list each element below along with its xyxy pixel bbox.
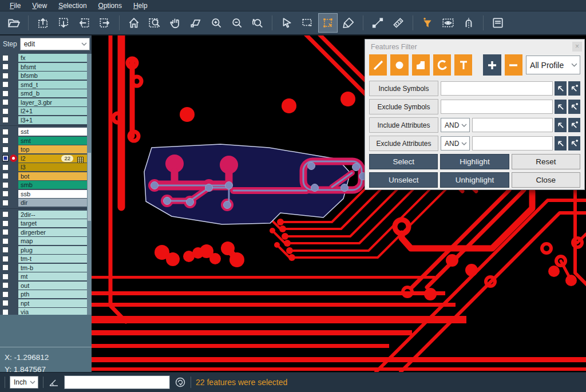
menu-file[interactable]: File — [5, 1, 26, 11]
layer-visibility-checkbox[interactable] — [2, 229, 9, 235]
layer-name[interactable]: out — [18, 282, 87, 290]
exclude-attributes-input[interactable] — [472, 136, 553, 151]
layer-name[interactable]: l3 — [18, 163, 87, 171]
zoom-window-button[interactable] — [187, 14, 205, 32]
layer-name[interactable]: fx — [18, 54, 87, 62]
layer-name[interactable]: npt — [18, 299, 87, 307]
exclude-symbols-pick-button[interactable] — [555, 100, 567, 114]
layer-visibility-checkbox[interactable] — [2, 64, 9, 70]
view-options-button[interactable] — [439, 14, 457, 32]
layer-name[interactable]: smd_t — [18, 81, 87, 89]
grid-icon[interactable] — [77, 155, 84, 161]
menu-selection[interactable]: Selection — [53, 1, 92, 11]
layer-name[interactable]: pth — [18, 290, 87, 298]
layer-name[interactable]: tm-t — [18, 255, 87, 263]
layer-visibility-checkbox[interactable] — [2, 282, 9, 288]
layer-visibility-checkbox[interactable] — [2, 256, 9, 262]
layer-visibility-checkbox[interactable] — [2, 155, 9, 161]
layer-visibility-checkbox[interactable] — [2, 173, 9, 179]
menu-help[interactable]: Help — [128, 1, 153, 11]
step-select[interactable]: edit — [20, 38, 90, 50]
reset-button[interactable]: Reset — [512, 154, 580, 169]
layer-name[interactable]: 2dir-- — [18, 211, 87, 219]
include-attributes-button[interactable]: Include Attributes — [369, 117, 438, 133]
menu-options[interactable]: Options — [93, 1, 127, 11]
arcs-filter-button[interactable] — [433, 54, 451, 76]
include-attributes-pick-add-button[interactable] — [568, 118, 580, 132]
exclude-attributes-operator-select[interactable]: AND — [441, 136, 470, 151]
home-view-button[interactable] — [125, 14, 143, 32]
layer-visibility-checkbox[interactable] — [2, 220, 9, 227]
select-rectangle-button[interactable] — [298, 14, 316, 32]
layer-visibility-checkbox[interactable] — [2, 300, 9, 306]
layer-name[interactable]: layer_3.gbr — [18, 98, 87, 106]
exclude-symbols-button[interactable]: Exclude Symbols — [369, 99, 438, 114]
include-symbols-pick-button[interactable] — [555, 81, 567, 96]
exclude-symbols-pick-add-button[interactable] — [568, 100, 580, 114]
layer-visibility-checkbox[interactable] — [2, 309, 9, 315]
layer-name[interactable]: plug — [18, 246, 87, 254]
exclude-symbols-input[interactable] — [441, 100, 553, 114]
layer-visibility-checkbox[interactable] — [2, 211, 9, 217]
unhighlight-button[interactable]: Unhighlight — [440, 172, 509, 188]
layer-name[interactable]: l2 — [18, 155, 87, 163]
layer-visibility-checkbox[interactable] — [2, 137, 9, 144]
include-symbols-pick-add-button[interactable] — [568, 81, 580, 96]
surfaces-filter-button[interactable] — [412, 54, 430, 76]
layer-name[interactable]: smd_b — [18, 89, 87, 97]
include-mode-button[interactable] — [483, 54, 501, 76]
select-button[interactable]: Select — [369, 154, 438, 169]
measure-ruler-button[interactable] — [389, 14, 407, 32]
layer-list-scrollbar[interactable] — [87, 54, 92, 315]
pan-right-button[interactable] — [96, 14, 114, 32]
layer-visibility-checkbox[interactable] — [2, 264, 9, 271]
layer-visibility-checkbox[interactable] — [2, 291, 9, 298]
layer-name[interactable]: bfsmb — [18, 72, 87, 80]
net-loop-button[interactable] — [460, 14, 478, 32]
exclude-attributes-button[interactable]: Exclude Attributes — [369, 136, 438, 151]
layer-visibility-checkbox[interactable] — [2, 182, 9, 188]
select-region-button[interactable] — [319, 14, 337, 32]
units-select[interactable]: Inch — [10, 376, 38, 389]
layer-name[interactable]: top — [18, 145, 87, 153]
layer-name[interactable]: map — [18, 237, 87, 245]
exclude-mode-button[interactable] — [505, 54, 522, 76]
profile-select[interactable]: All Profile — [526, 56, 580, 74]
include-symbols-button[interactable]: Include Symbols — [369, 81, 438, 96]
include-attributes-operator-select[interactable]: AND — [441, 118, 470, 132]
command-input[interactable] — [64, 375, 170, 389]
include-attributes-input[interactable] — [472, 118, 553, 132]
layer-name[interactable]: smb — [18, 181, 87, 189]
include-attributes-pick-button[interactable] — [555, 118, 567, 132]
layer-visibility-checkbox[interactable] — [2, 81, 9, 88]
layer-visibility-checkbox[interactable] — [2, 117, 9, 123]
layer-visibility-checkbox[interactable] — [2, 108, 9, 114]
layer-name[interactable]: tm-b — [18, 264, 87, 272]
zoom-select-button[interactable] — [145, 14, 164, 32]
layer-visibility-checkbox[interactable] — [2, 129, 9, 135]
measure-distance-button[interactable] — [369, 14, 387, 32]
layer-name[interactable]: mt — [18, 272, 87, 280]
layer-name[interactable]: l3+1 — [18, 116, 87, 124]
layer-visibility-checkbox[interactable] — [2, 146, 9, 153]
pads-filter-button[interactable] — [390, 54, 408, 76]
menu-view[interactable]: View — [27, 1, 52, 11]
sync-icon[interactable] — [175, 377, 186, 388]
pan-down-button[interactable] — [54, 14, 73, 32]
layer-visibility-checkbox[interactable] — [2, 99, 9, 105]
layer-name[interactable]: target — [18, 219, 87, 227]
layer-visibility-checkbox[interactable] — [2, 247, 9, 253]
highlight-button[interactable]: Highlight — [440, 154, 509, 169]
zoom-previous-button[interactable] — [248, 14, 267, 32]
layer-name[interactable]: bfsmt — [18, 63, 87, 71]
exclude-attributes-pick-add-button[interactable] — [568, 136, 580, 151]
layer-name[interactable]: bot — [18, 172, 87, 180]
layer-name[interactable]: dirgerber — [18, 228, 87, 236]
layer-visibility-checkbox[interactable] — [2, 200, 9, 206]
layer-visibility-checkbox[interactable] — [2, 164, 9, 171]
pan-hand-button[interactable] — [166, 14, 184, 32]
layer-visibility-checkbox[interactable] — [2, 90, 9, 97]
open-folder-button[interactable] — [5, 14, 23, 32]
unselect-button[interactable]: Unselect — [369, 172, 438, 188]
layer-visibility-checkbox[interactable] — [2, 238, 9, 244]
